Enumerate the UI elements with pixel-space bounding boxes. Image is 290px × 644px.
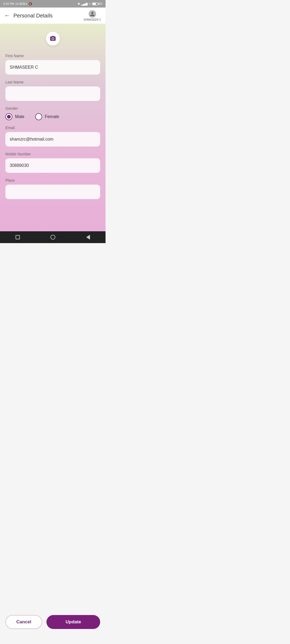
- nav-square-icon: [16, 235, 20, 239]
- status-right: ✱ ▂▄▆ ∿ 53: [78, 2, 102, 6]
- first-name-input[interactable]: [5, 60, 100, 75]
- nav-back-button[interactable]: [84, 233, 92, 241]
- place-label: Place: [5, 178, 100, 182]
- nav-square-button[interactable]: [14, 233, 21, 241]
- gender-group: Gender Male Female: [5, 106, 100, 120]
- nav-circle-icon: [50, 235, 55, 240]
- email-input[interactable]: [5, 132, 100, 147]
- last-name-label: Last Name: [5, 80, 100, 84]
- gender-female-option[interactable]: Female: [35, 113, 59, 120]
- battery-icon: [92, 2, 98, 5]
- camera-button[interactable]: [46, 32, 60, 46]
- status-left: 9:16 PM 14.8KB/s 🔇: [3, 2, 32, 6]
- nav-bar: [0, 231, 106, 243]
- wifi-icon: ∿: [89, 2, 91, 6]
- gender-label: Gender: [5, 106, 100, 111]
- username-label: SHMASEER C: [84, 18, 101, 21]
- bluetooth-icon: ✱: [78, 2, 80, 6]
- page-title: Personal Details: [13, 13, 53, 19]
- last-name-group: Last Name: [5, 80, 100, 101]
- back-button[interactable]: ←: [4, 12, 10, 19]
- gender-male-option[interactable]: Male: [5, 113, 24, 120]
- first-name-group: First Name: [5, 54, 100, 75]
- signal-icon: ▂▄▆: [81, 2, 88, 6]
- female-radio-label: Female: [45, 114, 59, 119]
- first-name-label: First Name: [5, 54, 100, 58]
- mobile-group: Mobile Number: [5, 152, 100, 173]
- nav-home-button[interactable]: [49, 233, 57, 241]
- mobile-input[interactable]: [5, 158, 100, 173]
- mute-icon: 🔇: [28, 2, 32, 6]
- main-content: First Name Last Name Gender Male Female …: [0, 24, 106, 231]
- status-network: 14.8KB/s: [15, 2, 27, 5]
- last-name-input[interactable]: [5, 86, 100, 101]
- app-bar-left: ← Personal Details: [4, 12, 53, 19]
- male-radio-label: Male: [15, 114, 24, 119]
- status-bar: 9:16 PM 14.8KB/s 🔇 ✱ ▂▄▆ ∿ 53: [0, 0, 106, 8]
- male-radio-circle[interactable]: [5, 113, 12, 120]
- email-group: Email: [5, 126, 100, 147]
- user-avatar-icon: [89, 10, 96, 18]
- gender-options: Male Female: [5, 113, 100, 120]
- battery-label: 53: [99, 2, 102, 5]
- place-group: Place: [5, 178, 100, 199]
- user-profile-area[interactable]: SHMASEER C: [84, 10, 101, 21]
- mobile-label: Mobile Number: [5, 152, 100, 156]
- app-bar: ← Personal Details SHMASEER C: [0, 8, 106, 24]
- place-input[interactable]: [5, 185, 100, 199]
- photo-upload-area: [5, 32, 100, 46]
- email-label: Email: [5, 126, 100, 130]
- female-radio-circle[interactable]: [35, 113, 42, 120]
- status-time: 9:16 PM: [3, 2, 14, 5]
- nav-triangle-icon: [86, 235, 90, 240]
